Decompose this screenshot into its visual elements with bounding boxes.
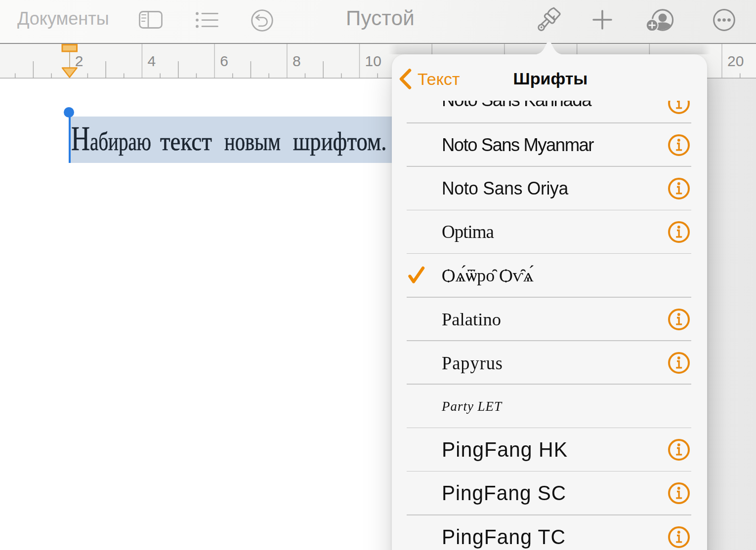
svg-text:2: 2	[75, 53, 84, 69]
svg-text:6: 6	[220, 53, 228, 69]
svg-text:10: 10	[365, 53, 381, 69]
svg-text:8: 8	[293, 53, 301, 69]
svg-text:20: 20	[727, 53, 744, 69]
svg-text:4: 4	[148, 53, 156, 69]
